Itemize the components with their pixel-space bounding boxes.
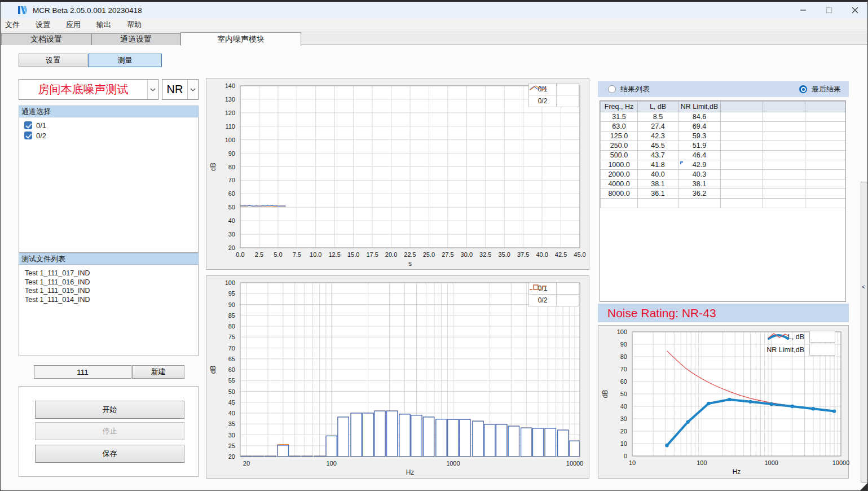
spectrum-chart: 0/1 0/2 [206, 275, 589, 479]
chevron-down-icon[interactable] [147, 80, 158, 99]
svg-text:1000: 1000 [446, 460, 460, 467]
table-row-empty [601, 199, 847, 208]
table-cell: 84.6 [678, 112, 721, 122]
svg-text:80: 80 [620, 353, 627, 360]
channel-label: 0/2 [36, 131, 46, 140]
channel-item[interactable]: 0/1 [19, 120, 198, 130]
table-row[interactable]: 4000.038.138.1 [601, 179, 847, 189]
checkbox-checked-icon[interactable] [24, 131, 32, 139]
menu-apply[interactable]: 应用 [58, 19, 89, 31]
red-line-icon [809, 344, 835, 356]
svg-text:90: 90 [228, 301, 235, 308]
table-row[interactable]: 250.045.551.9 [601, 141, 847, 151]
radio-result-list-label[interactable]: 结果列表 [620, 84, 650, 94]
level-time-chart: 0/1 0/2 0.02.55.07.510.012.515.017.520.0… [206, 78, 589, 270]
menu-help[interactable]: 帮助 [119, 19, 149, 31]
svg-text:120: 120 [225, 109, 235, 116]
table-cell: 8000.0 [601, 189, 638, 199]
noise-rating-banner: Noise Rating: NR-43 [598, 304, 849, 322]
checkbox-checked-icon[interactable] [24, 121, 32, 129]
table-row[interactable]: 8000.036.136.2 [601, 189, 847, 199]
radio-last-result[interactable] [799, 85, 807, 93]
minimize-button[interactable] [790, 2, 816, 19]
table-cell: 8.5 [638, 112, 678, 122]
maximize-button[interactable] [816, 2, 842, 19]
svg-text:Hz: Hz [406, 468, 415, 476]
list-item[interactable]: Test 1_111_014_IND [19, 296, 198, 305]
svg-text:45.0: 45.0 [574, 251, 585, 258]
table-row[interactable]: 2000.040.040.3 [601, 170, 847, 179]
table-cell [763, 170, 805, 179]
module-content: 设置 测量 房间本底噪声测试 NR 通道选择 0/1 0/2 测试文件列表 Te… [0, 45, 868, 491]
svg-text:70: 70 [228, 345, 235, 352]
svg-text:70: 70 [228, 177, 235, 183]
svg-text:55: 55 [228, 377, 235, 384]
chevron-down-icon[interactable] [187, 80, 198, 99]
table-row[interactable]: 63.027.469.4 [601, 122, 847, 131]
list-item[interactable]: Test 1_111_016_IND [19, 278, 198, 287]
svg-text:60: 60 [620, 378, 627, 385]
maximize-icon [826, 7, 832, 14]
subtab-measure[interactable]: 测量 [88, 54, 162, 67]
table-cell: 4000.0 [601, 179, 638, 189]
rating-type-dropdown[interactable]: NR [162, 79, 199, 100]
session-name-input[interactable] [34, 365, 131, 379]
svg-text:40: 40 [228, 217, 235, 224]
svg-text:22.5: 22.5 [404, 251, 416, 258]
svg-text:0: 0 [624, 453, 627, 459]
radio-result-list[interactable] [608, 85, 616, 93]
tab-indoor-noise-module[interactable]: 室内噪声模块 [180, 32, 301, 46]
close-button[interactable] [842, 2, 868, 19]
subtab-settings[interactable]: 设置 [19, 54, 87, 67]
table-cell: 40.3 [678, 170, 721, 179]
app-icon [17, 5, 28, 16]
start-button[interactable]: 开始 [35, 401, 184, 419]
col-nr-limit: NR Limit,dB [678, 102, 721, 112]
table-cell [805, 122, 847, 131]
results-table-wrap: Freq., Hz L, dB NR Limit,dB 31.58.584.66… [600, 100, 846, 302]
table-header-row: Freq., Hz L, dB NR Limit,dB [601, 102, 847, 112]
result-view-bar: 结果列表 最后结果 [598, 81, 849, 97]
svg-text:80: 80 [228, 323, 235, 330]
col-freq: Freq., Hz [601, 102, 638, 112]
close-icon [852, 7, 858, 14]
menu-file[interactable]: 文件 [0, 19, 28, 31]
panel-collapse-strip[interactable]: < [861, 182, 868, 483]
table-cell [805, 179, 847, 189]
channel-item[interactable]: 0/2 [19, 130, 198, 141]
window-top-edge [0, 0, 868, 2]
table-row[interactable]: 1000.041.842.9 [601, 160, 847, 170]
table-cell: 40.0 [638, 170, 678, 179]
spectrum-chart-canvas: 2010010001000020253035404550556065707580… [206, 276, 590, 479]
table-cell: 51.9 [678, 141, 721, 151]
save-button[interactable]: 保存 [35, 445, 184, 463]
bar-series-blue-icon [557, 282, 579, 295]
stop-button[interactable]: 停止 [35, 422, 184, 440]
list-item[interactable]: Test 1_111_015_IND [19, 287, 198, 296]
svg-text:Hz: Hz [733, 468, 741, 476]
new-button[interactable]: 新建 [132, 365, 184, 379]
table-row[interactable]: 500.043.746.4 [601, 151, 847, 160]
menu-settings[interactable]: 设置 [28, 19, 58, 31]
table-cell: 500.0 [601, 151, 638, 160]
tab-channel-settings[interactable]: 通道设置 [91, 33, 180, 45]
chevron-left-icon: < [862, 284, 865, 290]
table-row[interactable]: 125.042.359.3 [601, 131, 847, 141]
svg-text:25.0: 25.0 [423, 251, 435, 258]
list-item[interactable]: Test 1_111_017_IND [19, 269, 198, 278]
nr-chart: L, dB NR Limit,dB 1010010001000001020304… [598, 325, 849, 479]
table-cell: 41.8 [638, 160, 678, 170]
radio-last-result-label[interactable]: 最后结果 [812, 84, 841, 94]
svg-text:85: 85 [228, 312, 235, 319]
svg-text:50: 50 [228, 388, 235, 395]
table-cell [763, 141, 805, 151]
legend-label-ch2: 0/2 [528, 294, 557, 306]
table-cell: 43.7 [638, 151, 678, 160]
table-row[interactable]: 31.58.584.6 [601, 112, 847, 122]
svg-text:40: 40 [228, 410, 235, 417]
menu-output[interactable]: 输出 [89, 19, 119, 31]
test-type-dropdown[interactable]: 房间本底噪声测试 [19, 79, 158, 100]
resize-grip[interactable] [860, 483, 867, 490]
table-cell [721, 160, 763, 170]
tab-document-settings[interactable]: 文档设置 [1, 33, 91, 45]
